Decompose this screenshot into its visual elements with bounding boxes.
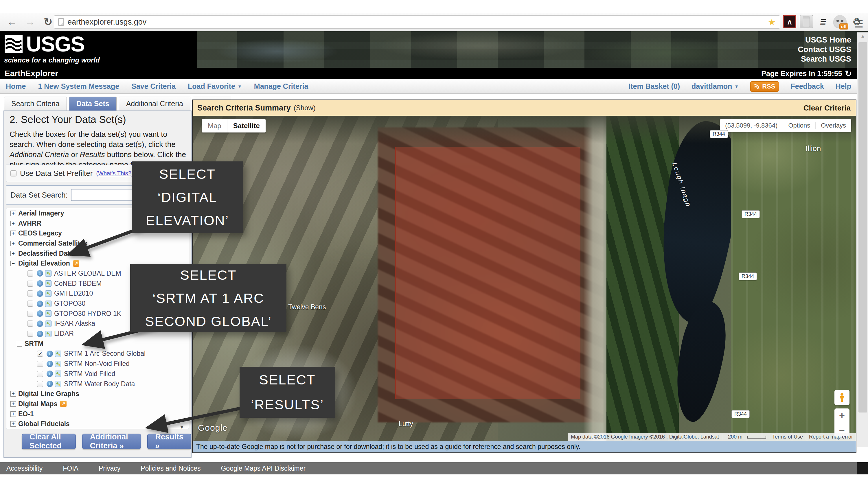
category-label[interactable]: Declassified Data: [18, 250, 73, 257]
footprint-icon[interactable]: [45, 270, 52, 276]
expand-toggle-icon[interactable]: [10, 210, 16, 216]
footer-link-google-maps-api-disclaimer[interactable]: Google Maps API Disclaimer: [221, 464, 306, 473]
footer-link-accessibility[interactable]: Accessibility: [6, 464, 42, 473]
tab-additional-criteria[interactable]: Additional Criteria: [119, 97, 190, 110]
dataset-checkbox[interactable]: [27, 300, 33, 306]
menu-save-criteria[interactable]: Save Criteria: [131, 82, 176, 91]
adobe-acrobat-icon[interactable]: [783, 15, 796, 28]
info-icon[interactable]: [37, 311, 43, 317]
dataset-checkbox[interactable]: [27, 270, 33, 276]
category-label[interactable]: Commercial Satellites: [18, 239, 87, 247]
category-label[interactable]: AVHRR: [18, 220, 41, 227]
header-link-usgs-home[interactable]: USGS Home: [798, 35, 851, 45]
menu-home[interactable]: Home: [6, 82, 26, 91]
tab-search-criteria[interactable]: Search Criteria: [4, 97, 67, 110]
bookmark-icon[interactable]: [60, 401, 66, 407]
usgs-logo[interactable]: USGS: [4, 34, 85, 55]
archive-box-icon[interactable]: [800, 15, 813, 28]
menu-load-favorite[interactable]: Load Favorite: [188, 82, 242, 91]
summary-show-link[interactable]: (Show): [294, 104, 316, 112]
back-icon[interactable]: [6, 16, 18, 28]
header-link-contact-usgs[interactable]: Contact USGS: [798, 45, 851, 54]
category-label[interactable]: Global Fiducials: [18, 420, 70, 428]
scrollbar-up-icon[interactable]: [857, 34, 868, 39]
menu-davittlamon[interactable]: davittlamon: [691, 82, 739, 91]
dataset-label[interactable]: CoNED TBDEM: [54, 280, 101, 288]
dataset-label[interactable]: IFSAR Alaska: [54, 320, 95, 327]
expand-toggle-icon[interactable]: [10, 221, 16, 226]
ghostery-off-icon[interactable]: off: [833, 15, 846, 28]
info-icon[interactable]: [37, 290, 43, 297]
category-label[interactable]: CEOS Legacy: [18, 229, 62, 237]
category-label[interactable]: Digital Maps: [18, 400, 57, 408]
expand-toggle-icon[interactable]: [10, 231, 16, 236]
category-label[interactable]: Digital Elevation: [18, 259, 70, 267]
reload-icon[interactable]: [42, 16, 54, 28]
dataset-label[interactable]: LIDAR: [54, 330, 74, 337]
expand-toggle-icon[interactable]: [10, 391, 16, 397]
info-icon[interactable]: [46, 351, 53, 357]
dataset-checkbox[interactable]: [37, 381, 43, 387]
dataset-checkbox[interactable]: [27, 331, 33, 337]
footprint-icon[interactable]: [45, 321, 52, 327]
pegman-control[interactable]: [834, 390, 849, 405]
map-overlays-button[interactable]: Overlays: [815, 122, 851, 129]
info-icon[interactable]: [37, 300, 43, 307]
footprint-icon[interactable]: [55, 381, 61, 387]
footprint-icon[interactable]: [45, 300, 52, 307]
layers-icon[interactable]: [815, 13, 831, 30]
dataset-label[interactable]: SRTM Water Body Data: [64, 380, 135, 388]
browser-scrollbar[interactable]: [857, 32, 868, 447]
footer-link-privacy[interactable]: Privacy: [99, 464, 120, 473]
clear-criteria-link[interactable]: Clear Criteria: [804, 103, 850, 112]
info-icon[interactable]: [46, 381, 53, 387]
menu-feedback[interactable]: Feedback: [790, 82, 824, 91]
dataset-label[interactable]: GTOPO30: [54, 300, 85, 307]
map-options-button[interactable]: Options: [783, 122, 815, 129]
expand-toggle-icon[interactable]: [10, 251, 16, 256]
header-link-search-usgs[interactable]: Search USGS: [798, 54, 851, 64]
prefilter-checkbox[interactable]: [10, 170, 17, 176]
dataset-label[interactable]: SRTM Non-Void Filled: [64, 360, 130, 368]
footprint-icon[interactable]: [45, 290, 52, 297]
report-error-link[interactable]: Report a map error: [806, 434, 856, 440]
dataset-label[interactable]: GTOPO30 HYDRO 1K: [54, 310, 121, 318]
dataset-checkbox[interactable]: [37, 361, 43, 367]
dataset-label[interactable]: SRTM 1 Arc-Second Global: [64, 350, 146, 358]
forward-icon[interactable]: [24, 16, 36, 28]
info-icon[interactable]: [37, 331, 43, 337]
browser-menu-icon[interactable]: [854, 18, 863, 30]
terms-link[interactable]: Terms of Use: [769, 434, 806, 440]
map-type-satellite-button[interactable]: Satellite: [227, 119, 266, 132]
info-icon[interactable]: [37, 280, 43, 287]
dataset-checkbox[interactable]: [37, 371, 43, 377]
additional-criteria-button[interactable]: Additional Criteria »: [82, 434, 141, 449]
bookmark-icon[interactable]: [73, 260, 79, 267]
clear-all-selected-button[interactable]: Clear All Selected: [22, 434, 76, 449]
dataset-checkbox[interactable]: [37, 351, 43, 357]
map-type-map-button[interactable]: Map: [202, 119, 227, 132]
expand-toggle-icon[interactable]: [10, 421, 16, 427]
dataset-label[interactable]: ASTER GLOBAL DEM: [54, 270, 121, 278]
footprint-icon[interactable]: [45, 331, 52, 337]
zoom-in-button[interactable]: [834, 409, 849, 423]
category-label[interactable]: Digital Line Graphs: [18, 390, 79, 398]
whats-this-link[interactable]: (What's This?): [96, 170, 133, 177]
info-icon[interactable]: [46, 361, 53, 367]
search-area-selection[interactable]: [395, 147, 580, 399]
tree-scroll-down-icon[interactable]: [180, 423, 183, 431]
refresh-session-icon[interactable]: [845, 69, 852, 78]
footprint-icon[interactable]: [55, 370, 61, 377]
address-bar[interactable]: earthexplorer.usgs.gov: [54, 15, 780, 29]
bookmark-star-icon[interactable]: [768, 17, 776, 27]
footprint-icon[interactable]: [55, 361, 61, 367]
footer-link-policies-and-notices[interactable]: Policies and Notices: [141, 464, 200, 473]
dataset-label[interactable]: GMTED2010: [54, 290, 93, 297]
results-button[interactable]: Results »: [147, 434, 191, 449]
expand-toggle-icon[interactable]: [10, 241, 16, 246]
menu-manage-criteria[interactable]: Manage Criteria: [254, 82, 308, 91]
rss-badge[interactable]: RSS: [750, 81, 779, 92]
expand-toggle-icon[interactable]: [10, 401, 16, 407]
info-icon[interactable]: [37, 321, 43, 327]
dataset-checkbox[interactable]: [27, 311, 33, 317]
